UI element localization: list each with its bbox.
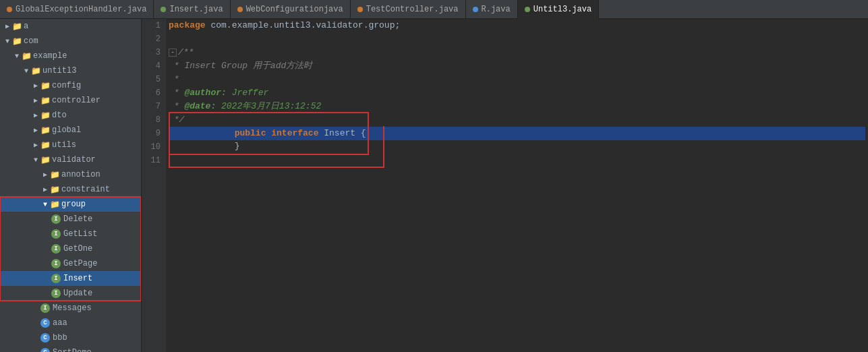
- folder-icon: 📁: [50, 200, 59, 209]
- sidebar-item-constraint[interactable]: ▶ 📁 constraint: [0, 182, 141, 197]
- comment-line7a: *: [169, 100, 184, 113]
- tab-label: WebConfigurationjava: [246, 5, 343, 14]
- val-author: Jreffer: [227, 86, 268, 100]
- sidebar-item-getpage[interactable]: I GetPage: [0, 256, 141, 271]
- tab-global-exception[interactable]: GlobalExceptionHandler.java: [0, 0, 154, 19]
- class-badge: C: [40, 348, 50, 352]
- code-editor[interactable]: 1 2 3 4 5 6 7 8 9 10 11 package com.exam…: [142, 19, 868, 352]
- line-num-3: 3: [147, 46, 161, 59]
- arrow-icon: ▼: [40, 200, 50, 209]
- sidebar-item-sortdemo[interactable]: C SortDemo: [0, 345, 141, 352]
- code-line-5: *: [169, 73, 865, 86]
- sidebar-item-insert[interactable]: I Insert: [0, 271, 141, 286]
- code-line-6: * @author: Jreffer: [169, 86, 865, 100]
- fold-icon[interactable]: -: [169, 49, 177, 57]
- line-num-2: 2: [147, 32, 161, 46]
- sidebar-item-messages[interactable]: I Messages: [0, 301, 141, 316]
- folder-icon: 📁: [40, 111, 50, 120]
- line-num-4: 4: [147, 59, 161, 73]
- comment-line6a: *: [169, 86, 184, 100]
- line-numbers: 1 2 3 4 5 6 7 8 9 10 11: [142, 19, 166, 352]
- sidebar-item-untitl3[interactable]: ▼ 📁 untitl3: [0, 63, 141, 78]
- tab-label: TestController.java: [366, 5, 459, 14]
- val-date: 2022年3月7日13:12:52: [216, 100, 321, 113]
- sidebar-item-utils[interactable]: ▶ 📁 utils: [0, 138, 141, 152]
- sidebar-item-com[interactable]: ▼ 📁 com: [0, 34, 141, 49]
- sidebar-item-a[interactable]: ▶ 📁 a: [0, 19, 141, 34]
- sidebar-item-label: annotion: [61, 170, 100, 179]
- folder-icon: 📁: [40, 81, 50, 90]
- folder-icon: 📁: [50, 185, 59, 194]
- sidebar-item-label: Insert: [63, 274, 92, 283]
- sidebar-item-label: group: [61, 200, 86, 209]
- file-tree: ▶ 📁 a ▼ 📁 com ▼ 📁 example ▼ 📁 untitl3 ▶ …: [0, 19, 142, 352]
- line-num-5: 5: [147, 73, 161, 86]
- sidebar-item-annotion[interactable]: ▶ 📁 annotion: [0, 167, 141, 182]
- package-path: com.example.untitl3.validator.group;: [210, 19, 400, 32]
- interface-badge: I: [51, 259, 61, 268]
- tab-dot-blue: [473, 7, 478, 12]
- interface-badge: I: [51, 244, 61, 254]
- sidebar-item-getone[interactable]: I GetOne: [0, 241, 141, 256]
- tab-insert[interactable]: Insert.java: [154, 0, 230, 19]
- sidebar-item-validator[interactable]: ▼ 📁 validator: [0, 152, 141, 167]
- code-line-3: -/**: [169, 46, 865, 59]
- sidebar-item-group[interactable]: ▼ 📁 group: [0, 197, 141, 212]
- arrow-icon: ▼: [3, 36, 12, 46]
- sidebar-item-config[interactable]: ▶ 📁 config: [0, 78, 141, 93]
- tab-dot-green: [161, 7, 166, 12]
- sidebar-item-aaa[interactable]: C aaa: [0, 316, 141, 330]
- tab-webconfig[interactable]: WebConfigurationjava: [231, 0, 351, 19]
- sidebar-item-label: dto: [52, 111, 67, 120]
- code-line-1: package com.example.untitl3.validator.gr…: [169, 19, 865, 32]
- sidebar-item-controller[interactable]: ▶ 📁 controller: [0, 93, 141, 108]
- arrow-icon: ▶: [31, 81, 40, 90]
- folder-icon: 📁: [40, 140, 50, 150]
- sidebar-item-delete[interactable]: I Delete: [0, 212, 141, 227]
- tab-dot-orange2: [237, 7, 243, 12]
- class-badge: C: [40, 333, 50, 343]
- line-num-11: 11: [147, 154, 161, 167]
- sidebar-item-example[interactable]: ▼ 📁 example: [0, 49, 141, 63]
- arrow-icon: ▶: [31, 111, 40, 120]
- arrow-icon: ▶: [40, 170, 50, 179]
- folder-icon: 📁: [50, 170, 59, 179]
- arrow-icon: ▶: [3, 22, 12, 31]
- closing-brace: }: [235, 141, 240, 151]
- code-line-10: }: [169, 140, 865, 154]
- sidebar-item-label: Messages: [53, 303, 92, 313]
- sidebar-item-label: untitl3: [42, 66, 76, 76]
- sidebar-item-update[interactable]: I Update: [0, 286, 141, 301]
- folder-icon: 📁: [40, 125, 50, 135]
- line-num-10: 10: [147, 140, 161, 154]
- tag-author: @author:: [184, 86, 226, 100]
- sidebar-item-label: GetPage: [63, 259, 97, 268]
- class-badge: C: [40, 318, 50, 328]
- tab-testcontroller[interactable]: TestController.java: [351, 0, 466, 19]
- interface-badge: I: [51, 274, 61, 283]
- tab-bar: GlobalExceptionHandler.java Insert.java …: [0, 0, 868, 19]
- code-area: 1 2 3 4 5 6 7 8 9 10 11 package com.exam…: [142, 19, 868, 352]
- arrow-icon: ▶: [31, 140, 40, 150]
- sidebar-item-global[interactable]: ▶ 📁 global: [0, 123, 141, 138]
- tab-label: Insert.java: [169, 5, 223, 14]
- group-folder-outline: ▼ 📁 group I Delete I GetList I GetOne I …: [0, 197, 141, 301]
- comment-line5: *: [169, 73, 179, 86]
- sidebar-item-getlist[interactable]: I GetList: [0, 227, 141, 241]
- interface-badge: I: [51, 229, 61, 239]
- tag-date: @date:: [184, 100, 216, 113]
- sidebar-item-label: utils: [52, 140, 76, 150]
- sidebar-item-label: global: [52, 125, 81, 135]
- sidebar-item-label: controller: [52, 96, 100, 105]
- code-content[interactable]: package com.example.untitl3.validator.gr…: [166, 19, 868, 352]
- sidebar-item-dto[interactable]: ▶ 📁 dto: [0, 108, 141, 123]
- sidebar-item-label: aaa: [53, 318, 67, 328]
- tab-r[interactable]: R.java: [466, 0, 518, 19]
- line-num-7: 7: [147, 100, 161, 113]
- tab-untitl3[interactable]: Untitl3.java: [518, 0, 599, 19]
- tab-label: GlobalExceptionHandler.java: [16, 5, 146, 14]
- sidebar-item-label: a: [24, 22, 28, 31]
- folder-icon: 📁: [31, 66, 40, 76]
- sidebar-item-bbb[interactable]: C bbb: [0, 330, 141, 345]
- arrow-icon: ▶: [31, 125, 40, 135]
